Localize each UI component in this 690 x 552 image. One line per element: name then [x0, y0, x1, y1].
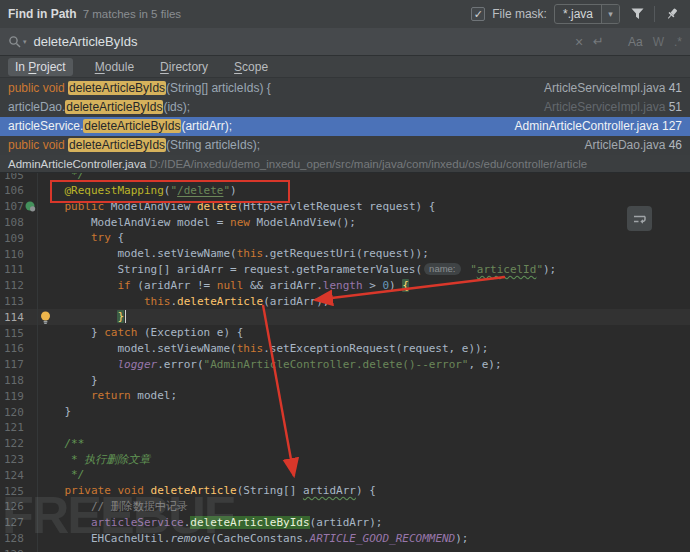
code-line[interactable]: 113 this.deleteArticle(aridArr);: [0, 294, 690, 310]
code-line-content[interactable]: public ModelAndView delete(HttpServletRe…: [38, 199, 690, 215]
code-line[interactable]: 106 @RequestMapping("/delete"): [0, 183, 690, 199]
code-line[interactable]: 120 }: [0, 404, 690, 420]
code-line-content[interactable]: model.setViewName(this.getRequestUri(req…: [38, 246, 690, 262]
line-number[interactable]: 117: [0, 358, 25, 371]
line-number[interactable]: 128: [0, 532, 25, 545]
code-line[interactable]: 114 }: [0, 309, 690, 325]
line-number[interactable]: 112: [0, 279, 25, 292]
file-mask-combo[interactable]: *.java ▾: [554, 4, 620, 24]
code-line-content[interactable]: model.setViewName(this.setExceptionReque…: [38, 341, 690, 357]
file-mask-checkbox[interactable]: ✓: [471, 7, 485, 21]
regex-icon[interactable]: .*: [674, 35, 682, 49]
chevron-down-icon[interactable]: ▾: [601, 4, 619, 24]
match-case-icon[interactable]: Aa: [628, 35, 643, 49]
line-number[interactable]: 120: [0, 406, 25, 419]
search-result-row[interactable]: articleService.deleteArticleByIds(artidA…: [0, 117, 690, 136]
clear-icon[interactable]: ×: [575, 34, 583, 50]
code-line-content[interactable]: */: [38, 467, 690, 483]
line-number[interactable]: 108: [0, 216, 25, 229]
code-line-content[interactable]: }: [38, 309, 690, 325]
code-line[interactable]: 118 }: [0, 373, 690, 389]
code-editor[interactable]: 105 */106 @RequestMapping("/delete")107 …: [0, 173, 690, 552]
code-line-content[interactable]: try {: [38, 230, 690, 246]
code-line-content[interactable]: }: [38, 404, 690, 420]
line-number[interactable]: 116: [0, 342, 25, 355]
line-number[interactable]: 111: [0, 263, 25, 276]
code-line-content[interactable]: ModelAndView model = new ModelAndView();: [38, 215, 690, 231]
code-line-content[interactable]: // 删除数据中记录: [38, 499, 690, 515]
filter-icon[interactable]: [627, 4, 647, 24]
spring-mapping-icon[interactable]: [25, 199, 38, 215]
code-line[interactable]: 112 if (aridArr != null && aridArr.lengt…: [0, 278, 690, 294]
line-number[interactable]: 119: [0, 390, 25, 403]
line-number[interactable]: 109: [0, 232, 25, 245]
line-number[interactable]: 110: [0, 248, 25, 261]
search-result-row[interactable]: public void deleteArticleByIds(String ar…: [0, 136, 690, 155]
search-result-row[interactable]: public void deleteArticleByIds(String[] …: [0, 78, 690, 97]
code-line-content[interactable]: @RequestMapping("/delete"): [38, 183, 690, 199]
scope-tab-module[interactable]: Module: [91, 58, 138, 76]
line-number[interactable]: 115: [0, 327, 25, 340]
file-path-bar: AdminArticleController.java D:/IDEA/inxe…: [0, 155, 690, 173]
line-number[interactable]: 125: [0, 485, 25, 498]
code-line-content[interactable]: } catch (Exception e) {: [38, 325, 690, 341]
code-line[interactable]: 121: [0, 420, 690, 436]
code-line-content[interactable]: String[] aridArr = request.getParameterV…: [38, 262, 690, 278]
search-icon[interactable]: ▾: [8, 35, 27, 49]
code-line-content[interactable]: /**: [38, 436, 690, 452]
line-number[interactable]: 129: [0, 548, 25, 552]
code-line-content[interactable]: if (aridArr != null && aridArr.length > …: [38, 278, 690, 294]
scope-tab-in-project[interactable]: In Project: [8, 58, 73, 76]
code-line[interactable]: 126 // 删除数据中记录: [0, 499, 690, 515]
code-line[interactable]: 119 return model;: [0, 388, 690, 404]
line-number[interactable]: 126: [0, 500, 25, 513]
line-number[interactable]: 127: [0, 516, 25, 529]
code-line[interactable]: 108 ModelAndView model = new ModelAndVie…: [0, 215, 690, 231]
whole-words-icon[interactable]: W: [653, 35, 664, 49]
code-line[interactable]: 116 model.setViewName(this.setExceptionR…: [0, 341, 690, 357]
code-line-content[interactable]: private void deleteArticle(String[] arti…: [38, 483, 690, 499]
code-line-content[interactable]: return model;: [38, 388, 690, 404]
lightbulb-icon[interactable]: [40, 311, 51, 329]
code-line-content[interactable]: this.deleteArticle(aridArr);: [38, 294, 690, 310]
code-line[interactable]: 117 logger.error("AdminArticleController…: [0, 357, 690, 373]
code-line[interactable]: 123 * 执行删除文章: [0, 452, 690, 468]
code-line[interactable]: 110 model.setViewName(this.getRequestUri…: [0, 246, 690, 262]
line-number[interactable]: 114: [0, 311, 25, 324]
code-line-content[interactable]: EHCacheUtil.remove(CacheConstans.ARTICLE…: [38, 531, 690, 547]
code-line[interactable]: 127 articleService.deleteArticleByIds(ar…: [0, 515, 690, 531]
code-line[interactable]: 109 try {: [0, 230, 690, 246]
code-line[interactable]: 125 private void deleteArticle(String[] …: [0, 483, 690, 499]
code-line-content[interactable]: logger.error("AdminArticleController.del…: [38, 357, 690, 373]
code-line[interactable]: 129: [0, 546, 690, 552]
search-result-row[interactable]: articleDao.deleteArticleByIds(ids);Artic…: [0, 97, 690, 116]
search-input[interactable]: deleteArticleByIds: [34, 34, 575, 49]
pin-icon[interactable]: [662, 4, 682, 24]
code-line-content[interactable]: */: [38, 173, 690, 183]
line-number[interactable]: 124: [0, 469, 25, 482]
soft-wrap-button[interactable]: [627, 206, 652, 231]
line-number[interactable]: 122: [0, 437, 25, 450]
code-line[interactable]: 122 /**: [0, 436, 690, 452]
line-number[interactable]: 118: [0, 374, 25, 387]
code-line[interactable]: 124 */: [0, 467, 690, 483]
line-number[interactable]: 123: [0, 453, 25, 466]
code-line[interactable]: 115 } catch (Exception e) {: [0, 325, 690, 341]
newline-icon[interactable]: ↵: [593, 34, 604, 49]
search-bar[interactable]: ▾ deleteArticleByIds × ↵ Aa W .*: [0, 28, 690, 56]
line-number[interactable]: 107: [0, 200, 25, 213]
line-number[interactable]: 106: [0, 184, 25, 197]
code-line-content[interactable]: * 执行删除文章: [38, 452, 690, 468]
line-number[interactable]: 121: [0, 421, 25, 434]
scope-tab-directory[interactable]: Directory: [156, 58, 212, 76]
code-line[interactable]: 111 String[] aridArr = request.getParame…: [0, 262, 690, 278]
code-line[interactable]: 107 public ModelAndView delete(HttpServl…: [0, 199, 690, 215]
code-line[interactable]: 105 */: [0, 173, 690, 183]
scope-tab-scope[interactable]: Scope: [230, 58, 272, 76]
gutter-slot: [25, 309, 38, 325]
code-line[interactable]: 128 EHCacheUtil.remove(CacheConstans.ART…: [0, 531, 690, 547]
line-number[interactable]: 113: [0, 295, 25, 308]
line-number[interactable]: 105: [0, 173, 25, 182]
code-line-content[interactable]: articleService.deleteArticleByIds(artidA…: [38, 515, 690, 531]
code-line-content[interactable]: }: [38, 373, 690, 389]
